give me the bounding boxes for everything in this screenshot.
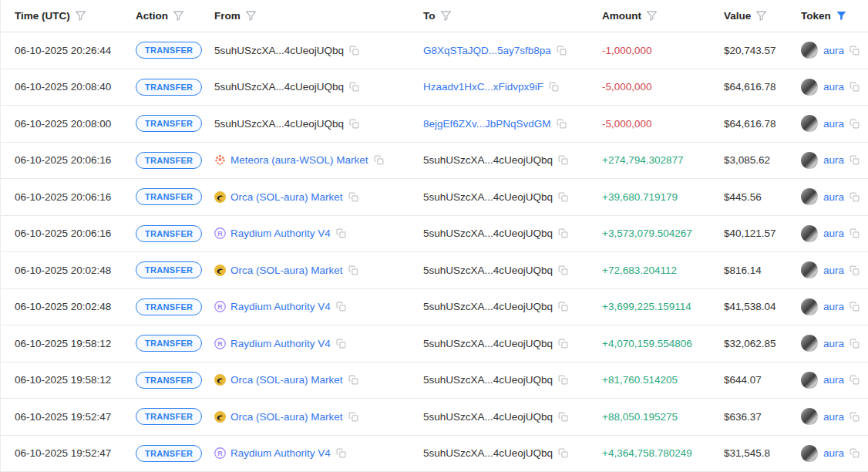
transfer-badge[interactable]: TRANSFER [136,115,202,132]
token-link[interactable]: aura [823,118,844,130]
action-cell: TRANSFER [136,42,214,59]
copy-icon[interactable] [336,448,346,458]
to-address-link[interactable]: G8XqSTaJQD...5ay7sfb8pa [423,45,551,56]
from-entity-link[interactable]: Orca (SOL-aura) Market [230,265,343,276]
table-row: 06-10-2025 20:06:16TRANSFERMeteora (aura… [1,143,868,180]
copy-icon[interactable] [557,119,567,129]
copy-icon[interactable] [558,448,568,458]
to-address: 5suhUSzcXA...4cUeojUQbq [423,338,553,349]
copy-icon[interactable] [374,155,384,165]
copy-icon[interactable] [849,412,860,422]
transfer-badge[interactable]: TRANSFER [136,445,202,462]
usd-value: $41,538.04 [724,301,776,312]
filter-icon[interactable] [76,11,86,21]
copy-icon[interactable] [349,46,359,56]
copy-icon[interactable] [558,412,568,422]
filter-icon[interactable] [647,11,657,21]
from-entity-link[interactable]: Meteora (aura-WSOL) Market [230,154,368,166]
copy-icon[interactable] [349,119,359,129]
from-cell: RRaydium Authority V4 [214,228,423,239]
to-address-link[interactable]: Hzaadv1HxC...xFidvpx9iF [423,81,543,93]
token-cell: aura [801,225,868,242]
copy-icon[interactable] [558,155,568,165]
copy-icon[interactable] [336,339,346,349]
from-entity-link[interactable]: Raydium Authority V4 [230,301,331,312]
orca-icon [214,265,226,276]
copy-icon[interactable] [558,302,568,312]
amount-cell: -5,000,000 [602,118,724,130]
copy-icon[interactable] [348,412,358,422]
transfer-badge[interactable]: TRANSFER [136,42,202,59]
transfer-badge[interactable]: TRANSFER [136,79,202,96]
usd-value: $32,062.85 [724,338,776,349]
copy-icon[interactable] [348,265,358,275]
transfer-badge[interactable]: TRANSFER [136,335,202,352]
token-link[interactable]: aura [823,301,844,312]
copy-icon[interactable] [349,82,359,92]
copy-icon[interactable] [558,265,568,275]
copy-icon[interactable] [558,228,568,238]
column-label: To [423,10,436,22]
token-link[interactable]: aura [823,374,844,386]
token-link[interactable]: aura [823,447,844,459]
filter-icon[interactable] [756,11,766,21]
transfer-badge[interactable]: TRANSFER [136,372,202,389]
copy-icon[interactable] [849,375,860,385]
transfer-badge[interactable]: TRANSFER [136,408,202,425]
to-address-link[interactable]: 8ejgEf6ZXv...JbPNqSvdGM [423,118,551,130]
copy-icon[interactable] [849,448,860,458]
copy-icon[interactable] [849,155,860,165]
value-cell: $40,121.57 [724,228,801,239]
copy-icon[interactable] [557,46,567,56]
copy-icon[interactable] [849,46,860,56]
token-link[interactable]: aura [823,411,844,423]
copy-icon[interactable] [849,82,860,92]
from-entity-link[interactable]: Raydium Authority V4 [230,228,331,239]
copy-icon[interactable] [558,192,568,202]
copy-icon[interactable] [849,228,860,238]
token-avatar [801,152,818,169]
token-link[interactable]: aura [823,338,844,349]
from-entity-link[interactable]: Orca (SOL-aura) Market [230,191,343,203]
copy-icon[interactable] [558,375,568,385]
filter-icon[interactable] [246,11,256,21]
token-link[interactable]: aura [823,265,844,276]
copy-icon[interactable] [849,119,860,129]
from-entity-link[interactable]: Raydium Authority V4 [230,447,331,459]
amount-cell: +3,699,225.159114 [602,301,724,312]
copy-icon[interactable] [849,339,860,349]
amount-value: +4,070,159.554806 [602,338,692,349]
token-link[interactable]: aura [823,81,844,93]
copy-icon[interactable] [849,192,860,202]
copy-icon[interactable] [849,302,860,312]
from-entity-link[interactable]: Raydium Authority V4 [230,338,331,349]
transfer-badge[interactable]: TRANSFER [136,188,202,205]
token-link[interactable]: aura [823,45,844,56]
copy-icon[interactable] [336,228,346,238]
token-link[interactable]: aura [823,228,844,239]
token-link[interactable]: aura [823,191,844,203]
copy-icon[interactable] [336,302,346,312]
time-value: 06-10-2025 19:58:12 [15,338,111,349]
filter-icon[interactable] [441,11,451,21]
from-entity-link[interactable]: Orca (SOL-aura) Market [230,374,343,386]
copy-icon[interactable] [549,82,559,92]
copy-icon[interactable] [849,265,860,275]
action-cell: TRANSFER [136,261,214,278]
copy-icon[interactable] [558,339,568,349]
from-entity-link[interactable]: Orca (SOL-aura) Market [230,411,343,423]
filter-icon[interactable] [173,11,183,21]
token-link[interactable]: aura [823,154,844,166]
transfer-badge[interactable]: TRANSFER [136,152,202,169]
copy-icon[interactable] [348,375,358,385]
transfer-badge[interactable]: TRANSFER [136,225,202,242]
filter-active-icon[interactable] [836,11,846,21]
amount-value: +72,683.204112 [602,265,677,276]
token-cell: aura [801,261,868,278]
transfer-badge[interactable]: TRANSFER [136,261,202,278]
to-cell: G8XqSTaJQD...5ay7sfb8pa [423,45,602,56]
token-avatar [801,408,818,425]
token-avatar [801,298,818,315]
copy-icon[interactable] [348,192,358,202]
transfer-badge[interactable]: TRANSFER [136,298,202,315]
